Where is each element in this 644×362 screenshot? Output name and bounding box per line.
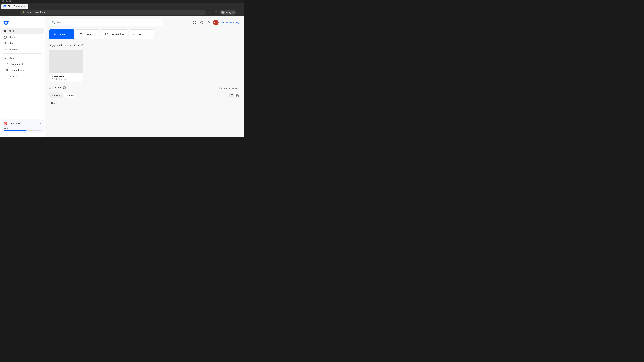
get-started-chevron[interactable]: ∧ <box>40 122 42 125</box>
sidebar-item-photos[interactable]: Photos <box>1 34 44 40</box>
name-column-label: Name <box>51 102 57 104</box>
top-bar: 🔍 Search ? <box>49 19 240 26</box>
deleted-files-icon <box>5 68 9 72</box>
sidebar-item-shared[interactable]: Shared <box>1 40 44 46</box>
sidebar-deleted-files-label: Deleted files <box>11 69 42 71</box>
bookmark-button[interactable]: ☆ <box>208 10 212 14</box>
file-tabs: Recents Starred <box>49 93 240 98</box>
get-started-icon: 🎯 <box>4 121 8 125</box>
create-folder-icon <box>105 32 108 36</box>
sidebar-item-file-requests[interactable]: File requests <box>1 61 44 67</box>
tab-recents[interactable]: Recents <box>49 93 63 98</box>
address-lock-icon: 🔒 <box>22 11 25 13</box>
list-view-button[interactable] <box>230 93 234 98</box>
svg-rect-4 <box>5 31 6 32</box>
signatures-icon <box>3 47 7 51</box>
sidebar-item-signatures[interactable]: Signatures <box>1 46 44 52</box>
svg-point-22 <box>64 87 65 88</box>
maximize-window-button[interactable] <box>9 0 11 2</box>
svg-rect-25 <box>231 96 233 96</box>
tab-close-button[interactable]: × <box>24 5 26 7</box>
incognito-badge: Incognito <box>220 10 236 14</box>
sort-icon: ↑ <box>58 102 59 104</box>
sidebar-folders-label: Folders <box>9 75 16 77</box>
close-window-button[interactable] <box>2 0 4 2</box>
file-card-info: Presentation PPTX • Dropbox <box>50 73 83 82</box>
incognito-label: Incognito <box>226 11 234 13</box>
sidebar-less-label: Less <box>9 57 42 59</box>
dropbox-logo <box>3 20 9 25</box>
photos-icon <box>3 35 7 39</box>
file-requests-icon <box>5 62 9 66</box>
create-folder-button[interactable]: Create folder <box>101 29 128 39</box>
sidebar-logo <box>0 18 45 28</box>
sidebar-toggle-button[interactable]: ⊡ <box>214 10 218 14</box>
svg-rect-28 <box>236 95 238 96</box>
forward-button[interactable]: → <box>8 10 13 14</box>
back-button[interactable]: ← <box>2 10 7 14</box>
sidebar-divider <box>3 53 42 54</box>
tab-starred[interactable]: Starred <box>64 93 77 98</box>
file-card-name: Presentation <box>52 75 81 78</box>
refresh-button[interactable]: ↻ <box>14 10 19 14</box>
suggested-file-card[interactable]: Presentation PPTX • Dropbox <box>49 50 83 82</box>
sidebar-folders-item[interactable]: › Folders <box>1 73 44 79</box>
less-icon: ∧ <box>3 56 7 60</box>
upload-button[interactable]: Upload <box>75 29 100 39</box>
dropbox-logo-icon <box>3 20 9 25</box>
record-icon <box>133 32 136 36</box>
grid-view-button[interactable] <box>235 93 240 98</box>
trial-text: Trial ends in 29 days <box>220 21 240 24</box>
action-buttons: + Create Upload Create folder <box>49 29 240 39</box>
get-started-label: Get started <box>9 122 21 125</box>
grid-icon <box>3 29 7 33</box>
address-bar[interactable]: 🔒 dropbox.com/home <box>20 9 206 15</box>
more-actions-button[interactable]: ⋮ <box>155 31 161 37</box>
search-bar[interactable]: 🔍 Search <box>49 19 163 26</box>
sidebar-item-all-files-label: All files <box>9 30 42 32</box>
notifications-button[interactable] <box>206 20 212 25</box>
record-label: Record <box>138 33 146 36</box>
browser-more-button[interactable]: ⋮ <box>238 10 242 14</box>
eye-icon[interactable] <box>81 43 84 47</box>
help-icon-button[interactable]: ? <box>199 20 204 25</box>
sidebar-less-button[interactable]: ∧ Less <box>1 55 44 61</box>
get-started-progress-pct: 60% <box>4 126 42 129</box>
upload-icon <box>79 32 83 36</box>
all-files-settings-icon[interactable] <box>63 86 66 90</box>
access-text: Only you have access <box>219 87 240 89</box>
active-tab[interactable]: DB Files - Dropbox × <box>1 3 28 8</box>
upload-label: Upload <box>85 33 92 36</box>
create-label: Create <box>58 33 65 36</box>
search-placeholder: Search <box>57 21 64 24</box>
create-folder-label: Create folder <box>110 33 124 36</box>
apps-icon-button[interactable] <box>192 20 198 25</box>
user-avatar-button[interactable]: LD <box>213 20 218 25</box>
suggested-title: Suggested from your activity <box>49 44 79 46</box>
file-card-preview <box>50 50 83 73</box>
create-button[interactable]: + Create <box>49 29 74 39</box>
record-button[interactable]: Record <box>129 29 154 39</box>
title-bar <box>0 0 244 2</box>
sidebar-nav: All files Photos <box>0 28 45 118</box>
svg-rect-16 <box>195 23 196 24</box>
url-text: dropbox.com/home <box>26 11 204 13</box>
name-column-header[interactable]: Name ↑ <box>51 102 59 104</box>
sidebar-item-all-files[interactable]: All files <box>1 28 44 34</box>
svg-rect-14 <box>195 21 196 22</box>
svg-point-7 <box>4 42 5 43</box>
view-toggle <box>230 93 240 98</box>
svg-text:?: ? <box>201 22 202 24</box>
svg-rect-29 <box>238 95 239 96</box>
get-started-progress-bar-bg <box>4 130 42 131</box>
all-files-header: All files Only you have access <box>49 86 240 90</box>
svg-rect-24 <box>231 95 233 95</box>
suggested-header: Suggested from your activity <box>49 43 240 47</box>
svg-point-8 <box>6 42 6 43</box>
all-files-title: All files <box>49 86 61 90</box>
svg-point-20 <box>134 33 135 34</box>
svg-rect-3 <box>4 31 5 32</box>
minimize-window-button[interactable] <box>6 0 8 2</box>
new-tab-button[interactable]: + <box>28 4 33 8</box>
sidebar-item-deleted-files[interactable]: Deleted files <box>1 67 44 73</box>
